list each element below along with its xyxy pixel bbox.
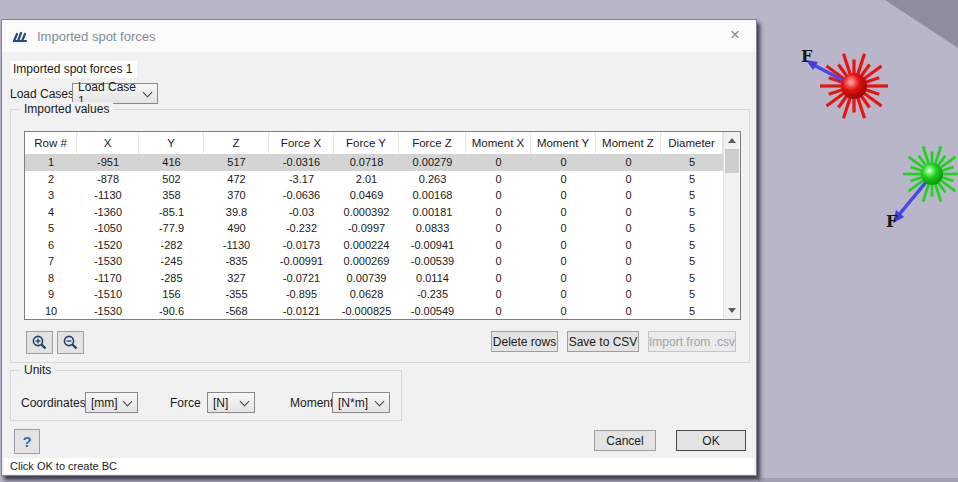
- help-button[interactable]: ?: [14, 429, 40, 454]
- column-header[interactable]: Force Z: [399, 132, 466, 154]
- column-header[interactable]: X: [77, 132, 139, 154]
- table-cell[interactable]: 7: [25, 253, 77, 270]
- close-icon[interactable]: ×: [724, 24, 746, 46]
- imported-values-table[interactable]: Row #XYZForce XForce YForce ZMoment XMom…: [24, 131, 741, 320]
- table-cell[interactable]: 0: [531, 237, 596, 254]
- zoom-out-button[interactable]: [57, 331, 84, 354]
- table-row[interactable]: 9-1510156-355-0.8950.0628-0.2350005: [25, 286, 723, 303]
- table-cell[interactable]: 5: [661, 270, 723, 287]
- table-cell[interactable]: 0: [596, 253, 661, 270]
- table-cell[interactable]: 5: [661, 253, 723, 270]
- table-cell[interactable]: -1130: [204, 237, 269, 254]
- table-cell[interactable]: 3: [25, 187, 77, 204]
- table-cell[interactable]: 472: [204, 171, 269, 188]
- table-cell[interactable]: 0: [531, 171, 596, 188]
- table-cell[interactable]: 0: [466, 154, 531, 171]
- table-cell[interactable]: -1520: [77, 237, 139, 254]
- table-cell[interactable]: -0.0997: [334, 220, 399, 237]
- table-cell[interactable]: 8: [25, 270, 77, 287]
- table-cell[interactable]: 0.00168: [399, 187, 466, 204]
- table-cell[interactable]: 5: [661, 237, 723, 254]
- table-cell[interactable]: 1: [25, 154, 77, 171]
- table-cell[interactable]: -568: [204, 303, 269, 320]
- table-cell[interactable]: 0.00279: [399, 154, 466, 171]
- table-cell[interactable]: 0: [531, 286, 596, 303]
- table-cell[interactable]: 0.000392: [334, 204, 399, 221]
- table-cell[interactable]: 0: [466, 187, 531, 204]
- table-cell[interactable]: -282: [139, 237, 204, 254]
- table-cell[interactable]: 0: [596, 303, 661, 320]
- table-cell[interactable]: 0: [466, 253, 531, 270]
- table-cell[interactable]: 9: [25, 286, 77, 303]
- moment-unit-select[interactable]: [N*m]: [332, 392, 390, 413]
- table-cell[interactable]: 0: [531, 303, 596, 320]
- table-cell[interactable]: 0: [531, 270, 596, 287]
- table-row[interactable]: 6-1520-282-1130-0.01730.000224-0.0094100…: [25, 237, 723, 254]
- table-cell[interactable]: 0: [596, 171, 661, 188]
- table-cell[interactable]: 490: [204, 220, 269, 237]
- save-to-csv-button[interactable]: Save to CSV: [567, 331, 639, 352]
- table-cell[interactable]: 5: [25, 220, 77, 237]
- table-cell[interactable]: 0: [596, 187, 661, 204]
- table-cell[interactable]: -0.000825: [334, 303, 399, 320]
- table-cell[interactable]: -0.0636: [269, 187, 334, 204]
- table-cell[interactable]: 10: [25, 303, 77, 320]
- table-cell[interactable]: 0.00181: [399, 204, 466, 221]
- delete-rows-button[interactable]: Delete rows: [491, 331, 558, 352]
- table-cell[interactable]: 0.000224: [334, 237, 399, 254]
- coordinates-unit-select[interactable]: [mm]: [85, 392, 138, 413]
- table-cell[interactable]: 6: [25, 237, 77, 254]
- table-cell[interactable]: -355: [204, 286, 269, 303]
- zoom-in-button[interactable]: [26, 331, 53, 354]
- table-cell[interactable]: -951: [77, 154, 139, 171]
- column-header[interactable]: Moment X: [466, 132, 531, 154]
- table-cell[interactable]: -0.0121: [269, 303, 334, 320]
- table-cell[interactable]: 0.263: [399, 171, 466, 188]
- table-cell[interactable]: -0.00539: [399, 253, 466, 270]
- table-cell[interactable]: -77.9: [139, 220, 204, 237]
- table-cell[interactable]: 0: [531, 154, 596, 171]
- table-cell[interactable]: -3.17: [269, 171, 334, 188]
- table-cell[interactable]: 0.000269: [334, 253, 399, 270]
- column-header[interactable]: Moment Z: [596, 132, 661, 154]
- table-cell[interactable]: 5: [661, 220, 723, 237]
- table-cell[interactable]: -85.1: [139, 204, 204, 221]
- table-cell[interactable]: 0.0469: [334, 187, 399, 204]
- table-cell[interactable]: -0.03: [269, 204, 334, 221]
- table-cell[interactable]: 0.0718: [334, 154, 399, 171]
- scrollbar-thumb[interactable]: [725, 149, 739, 173]
- column-header[interactable]: Z: [204, 132, 269, 154]
- table-cell[interactable]: 0.0628: [334, 286, 399, 303]
- table-cell[interactable]: 517: [204, 154, 269, 171]
- table-cell[interactable]: 0.0114: [399, 270, 466, 287]
- column-header[interactable]: Force X: [269, 132, 334, 154]
- column-header[interactable]: Row #: [25, 132, 77, 154]
- table-cell[interactable]: 0: [596, 154, 661, 171]
- table-cell[interactable]: 0: [466, 237, 531, 254]
- table-cell[interactable]: 370: [204, 187, 269, 204]
- table-cell[interactable]: 0: [596, 237, 661, 254]
- table-cell[interactable]: 0: [596, 270, 661, 287]
- column-header[interactable]: Moment Y: [531, 132, 596, 154]
- table-cell[interactable]: 39.8: [204, 204, 269, 221]
- table-cell[interactable]: 0: [466, 171, 531, 188]
- table-cell[interactable]: 5: [661, 187, 723, 204]
- column-header[interactable]: Y: [139, 132, 204, 154]
- table-cell[interactable]: 0: [531, 187, 596, 204]
- table-cell[interactable]: 0: [466, 220, 531, 237]
- table-cell[interactable]: 0: [466, 286, 531, 303]
- dialog-titlebar[interactable]: Imported spot forces: [2, 20, 756, 52]
- table-cell[interactable]: -0.235: [399, 286, 466, 303]
- table-cell[interactable]: -0.0173: [269, 237, 334, 254]
- table-row[interactable]: 5-1050-77.9490-0.232-0.09970.08330005: [25, 220, 723, 237]
- table-cell[interactable]: -245: [139, 253, 204, 270]
- table-cell[interactable]: 0: [466, 270, 531, 287]
- ok-button[interactable]: OK: [676, 430, 746, 451]
- table-cell[interactable]: -1170: [77, 270, 139, 287]
- table-cell[interactable]: 0: [596, 204, 661, 221]
- table-cell[interactable]: 416: [139, 154, 204, 171]
- table-cell[interactable]: 0: [531, 220, 596, 237]
- table-cell[interactable]: 0: [596, 286, 661, 303]
- table-cell[interactable]: -1510: [77, 286, 139, 303]
- red-spot-ball[interactable]: [841, 73, 867, 99]
